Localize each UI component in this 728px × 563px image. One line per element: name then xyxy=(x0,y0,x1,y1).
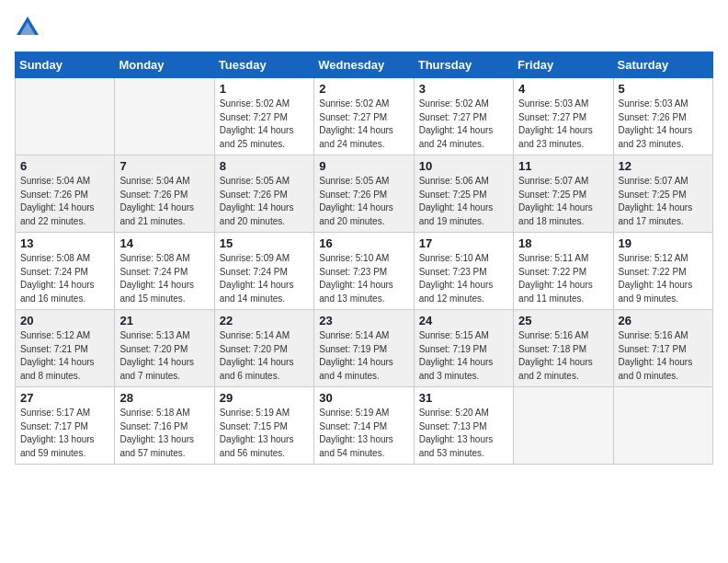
day-info: Sunrise: 5:15 AM Sunset: 7:19 PM Dayligh… xyxy=(419,329,508,383)
day-number: 30 xyxy=(319,391,408,405)
logo xyxy=(15,15,44,40)
day-info: Sunrise: 5:13 AM Sunset: 7:20 PM Dayligh… xyxy=(119,329,209,383)
day-number: 23 xyxy=(319,314,408,327)
weekday-header-friday: Friday xyxy=(514,52,613,78)
calendar-cell: 13Sunrise: 5:08 AM Sunset: 7:24 PM Dayli… xyxy=(16,233,115,310)
weekday-header-monday: Monday xyxy=(115,52,214,78)
day-number: 1 xyxy=(220,82,309,96)
day-info: Sunrise: 5:07 AM Sunset: 7:25 PM Dayligh… xyxy=(518,175,608,228)
calendar-week-row: 6Sunrise: 5:04 AM Sunset: 7:26 PM Daylig… xyxy=(16,155,713,233)
day-number: 13 xyxy=(20,236,109,250)
calendar-cell: 29Sunrise: 5:19 AM Sunset: 7:15 PM Dayli… xyxy=(214,387,313,465)
calendar-cell: 6Sunrise: 5:04 AM Sunset: 7:26 PM Daylig… xyxy=(16,155,115,233)
day-number: 14 xyxy=(119,236,209,250)
day-number: 8 xyxy=(220,159,309,173)
day-info: Sunrise: 5:10 AM Sunset: 7:23 PM Dayligh… xyxy=(419,252,508,305)
calendar-cell: 3Sunrise: 5:02 AM Sunset: 7:27 PM Daylig… xyxy=(414,78,513,155)
calendar-cell: 17Sunrise: 5:10 AM Sunset: 7:23 PM Dayli… xyxy=(414,233,513,310)
day-number: 7 xyxy=(119,159,209,173)
day-number: 17 xyxy=(419,236,508,250)
day-number: 10 xyxy=(419,159,508,173)
day-info: Sunrise: 5:19 AM Sunset: 7:15 PM Dayligh… xyxy=(220,407,309,460)
day-number: 6 xyxy=(20,159,109,173)
day-info: Sunrise: 5:05 AM Sunset: 7:26 PM Dayligh… xyxy=(319,175,408,228)
day-info: Sunrise: 5:04 AM Sunset: 7:26 PM Dayligh… xyxy=(20,175,109,228)
calendar-cell: 9Sunrise: 5:05 AM Sunset: 7:26 PM Daylig… xyxy=(314,155,414,233)
calendar-cell: 15Sunrise: 5:09 AM Sunset: 7:24 PM Dayli… xyxy=(214,233,313,310)
day-number: 26 xyxy=(619,314,708,327)
calendar-week-row: 20Sunrise: 5:12 AM Sunset: 7:21 PM Dayli… xyxy=(16,310,713,387)
logo-icon xyxy=(15,15,40,40)
day-info: Sunrise: 5:03 AM Sunset: 7:26 PM Dayligh… xyxy=(619,98,708,151)
day-number: 3 xyxy=(419,82,508,96)
day-number: 31 xyxy=(419,391,508,405)
day-number: 9 xyxy=(319,159,408,173)
day-info: Sunrise: 5:14 AM Sunset: 7:19 PM Dayligh… xyxy=(319,329,408,383)
calendar-cell: 4Sunrise: 5:03 AM Sunset: 7:27 PM Daylig… xyxy=(514,78,613,155)
day-info: Sunrise: 5:02 AM Sunset: 7:27 PM Dayligh… xyxy=(319,98,408,151)
weekday-header-wednesday: Wednesday xyxy=(314,52,414,78)
calendar-cell: 19Sunrise: 5:12 AM Sunset: 7:22 PM Dayli… xyxy=(613,233,712,310)
calendar-cell: 5Sunrise: 5:03 AM Sunset: 7:26 PM Daylig… xyxy=(613,78,712,155)
calendar-cell: 23Sunrise: 5:14 AM Sunset: 7:19 PM Dayli… xyxy=(314,310,414,387)
calendar-cell: 20Sunrise: 5:12 AM Sunset: 7:21 PM Dayli… xyxy=(16,310,115,387)
calendar-cell: 21Sunrise: 5:13 AM Sunset: 7:20 PM Dayli… xyxy=(115,310,214,387)
weekday-header-row: SundayMondayTuesdayWednesdayThursdayFrid… xyxy=(16,52,713,78)
day-number: 2 xyxy=(319,82,408,96)
calendar-cell: 30Sunrise: 5:19 AM Sunset: 7:14 PM Dayli… xyxy=(314,387,414,465)
day-info: Sunrise: 5:04 AM Sunset: 7:26 PM Dayligh… xyxy=(119,175,209,228)
calendar-cell: 14Sunrise: 5:08 AM Sunset: 7:24 PM Dayli… xyxy=(115,233,214,310)
day-number: 18 xyxy=(518,236,608,250)
day-info: Sunrise: 5:07 AM Sunset: 7:25 PM Dayligh… xyxy=(619,175,708,228)
weekday-header-sunday: Sunday xyxy=(16,52,115,78)
day-info: Sunrise: 5:05 AM Sunset: 7:26 PM Dayligh… xyxy=(220,175,309,228)
day-number: 25 xyxy=(518,314,608,327)
day-number: 22 xyxy=(220,314,309,327)
calendar-table: SundayMondayTuesdayWednesdayThursdayFrid… xyxy=(15,52,713,465)
day-number: 20 xyxy=(20,314,109,327)
day-info: Sunrise: 5:10 AM Sunset: 7:23 PM Dayligh… xyxy=(319,252,408,305)
day-info: Sunrise: 5:08 AM Sunset: 7:24 PM Dayligh… xyxy=(20,252,109,305)
day-info: Sunrise: 5:02 AM Sunset: 7:27 PM Dayligh… xyxy=(220,98,309,151)
day-number: 11 xyxy=(518,159,608,173)
day-number: 19 xyxy=(619,236,708,250)
day-info: Sunrise: 5:02 AM Sunset: 7:27 PM Dayligh… xyxy=(419,98,508,151)
calendar-cell: 16Sunrise: 5:10 AM Sunset: 7:23 PM Dayli… xyxy=(314,233,414,310)
calendar-cell: 2Sunrise: 5:02 AM Sunset: 7:27 PM Daylig… xyxy=(314,78,414,155)
calendar-week-row: 27Sunrise: 5:17 AM Sunset: 7:17 PM Dayli… xyxy=(16,387,713,465)
day-info: Sunrise: 5:03 AM Sunset: 7:27 PM Dayligh… xyxy=(518,98,608,151)
calendar-cell: 7Sunrise: 5:04 AM Sunset: 7:26 PM Daylig… xyxy=(115,155,214,233)
calendar-cell: 10Sunrise: 5:06 AM Sunset: 7:25 PM Dayli… xyxy=(414,155,513,233)
weekday-header-tuesday: Tuesday xyxy=(214,52,313,78)
calendar-week-row: 13Sunrise: 5:08 AM Sunset: 7:24 PM Dayli… xyxy=(16,233,713,310)
day-number: 5 xyxy=(619,82,708,96)
calendar-cell: 26Sunrise: 5:16 AM Sunset: 7:17 PM Dayli… xyxy=(613,310,712,387)
day-number: 15 xyxy=(220,236,309,250)
day-number: 24 xyxy=(419,314,508,327)
calendar-cell: 31Sunrise: 5:20 AM Sunset: 7:13 PM Dayli… xyxy=(414,387,513,465)
calendar-cell xyxy=(115,78,214,155)
calendar-cell: 22Sunrise: 5:14 AM Sunset: 7:20 PM Dayli… xyxy=(214,310,313,387)
calendar-cell xyxy=(16,78,115,155)
calendar-cell: 27Sunrise: 5:17 AM Sunset: 7:17 PM Dayli… xyxy=(16,387,115,465)
day-number: 21 xyxy=(119,314,209,327)
day-number: 27 xyxy=(20,391,109,405)
day-info: Sunrise: 5:16 AM Sunset: 7:17 PM Dayligh… xyxy=(619,329,708,383)
day-number: 28 xyxy=(119,391,209,405)
calendar-cell: 28Sunrise: 5:18 AM Sunset: 7:16 PM Dayli… xyxy=(115,387,214,465)
calendar-cell: 24Sunrise: 5:15 AM Sunset: 7:19 PM Dayli… xyxy=(414,310,513,387)
day-info: Sunrise: 5:20 AM Sunset: 7:13 PM Dayligh… xyxy=(419,407,508,460)
calendar-cell: 25Sunrise: 5:16 AM Sunset: 7:18 PM Dayli… xyxy=(514,310,613,387)
calendar-cell: 1Sunrise: 5:02 AM Sunset: 7:27 PM Daylig… xyxy=(214,78,313,155)
weekday-header-saturday: Saturday xyxy=(613,52,712,78)
weekday-header-thursday: Thursday xyxy=(414,52,513,78)
calendar-cell: 18Sunrise: 5:11 AM Sunset: 7:22 PM Dayli… xyxy=(514,233,613,310)
day-info: Sunrise: 5:09 AM Sunset: 7:24 PM Dayligh… xyxy=(220,252,309,305)
calendar-cell: 11Sunrise: 5:07 AM Sunset: 7:25 PM Dayli… xyxy=(514,155,613,233)
calendar-cell xyxy=(613,387,712,465)
calendar-cell xyxy=(514,387,613,465)
calendar-week-row: 1Sunrise: 5:02 AM Sunset: 7:27 PM Daylig… xyxy=(16,78,713,155)
day-info: Sunrise: 5:12 AM Sunset: 7:21 PM Dayligh… xyxy=(20,329,109,383)
day-info: Sunrise: 5:17 AM Sunset: 7:17 PM Dayligh… xyxy=(20,407,109,460)
page-header xyxy=(15,15,713,40)
